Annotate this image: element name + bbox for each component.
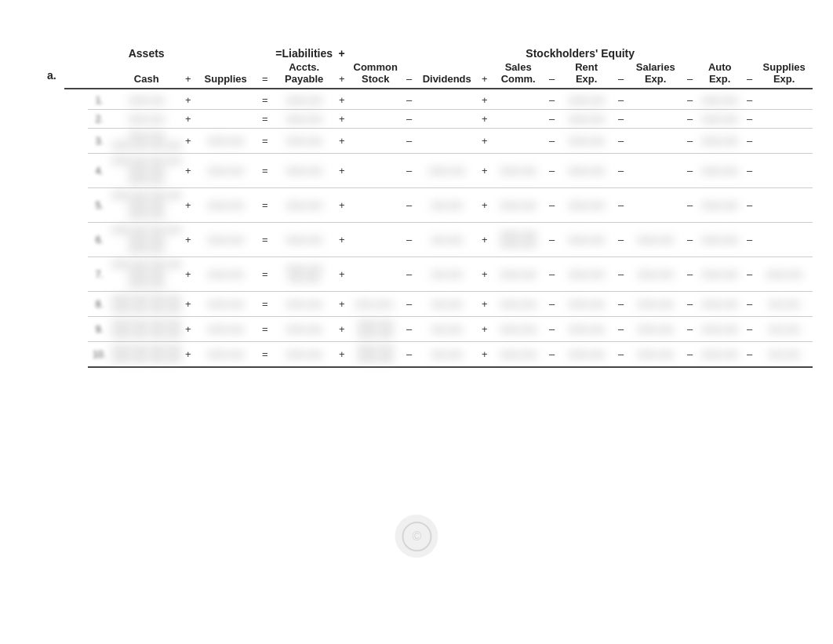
watermark: © (395, 515, 438, 558)
cell-dividends: $$$,$$$ (416, 235, 478, 246)
row-number: 7. (88, 269, 111, 280)
cell-cash: $$$$,$$$ $$$,$$$ $$$$,$$$ $$$,$$$ (111, 344, 182, 364)
cell-supplies: $$$$,$$$ (195, 166, 257, 176)
col-header-dividends: Dividends (416, 73, 478, 85)
table-row: 3. $$$$,$$$ $$$$,$$$ $$$,$$$ + $$$$,$$$ … (88, 129, 813, 154)
cell-sales-comm: $$$$,$$$ (491, 269, 546, 280)
table-row: 6. $$$$,$$$ $$$,$$$ $$$$,$$$ $$$$,$$$ + … (88, 223, 813, 257)
cell-salaries-exp: $$$$,$$$ (627, 235, 684, 246)
col-op-minus3: – (615, 73, 627, 85)
cell-common-stock (348, 114, 403, 125)
col-header-sales-comm: Sales Comm. (491, 61, 546, 85)
svg-text:©: © (412, 529, 421, 543)
equity-label: Stockholders' Equity (348, 47, 813, 60)
cell-rent-exp: $$$$,$$$ (558, 114, 615, 125)
cell-salaries-exp (627, 200, 684, 211)
cell-supplies-exp (756, 114, 813, 125)
cell-salaries-exp (627, 136, 684, 147)
table-row: 5. $$$$,$$$ $$$,$$$ $$$$,$$$ $$$$,$$$ + … (88, 188, 813, 223)
cell-supplies-exp (756, 95, 813, 106)
cell-sales-comm: $$$$,$$$ (491, 299, 546, 310)
cell-common-stock (348, 200, 403, 211)
cell-supplies: $$$$,$$$ (195, 200, 257, 211)
cell-auto-exp: $$$$,$$$ (697, 114, 744, 125)
cell-rent-exp: $$$$,$$$ (558, 136, 615, 147)
col-header-supplies: Supplies (195, 73, 257, 85)
cell-dividends (416, 114, 478, 125)
cell-cash: $$$$,$$$ $$$,$$$ $$$$,$$$ $$$$,$$$ (111, 225, 182, 254)
cell-cash: $$$$,$$$ $$$,$$$ $$$$,$$$ $$$$,$$$ (111, 260, 182, 289)
cell-supplies-exp: $$$,$$$ (756, 324, 813, 335)
cell-common-stock (348, 136, 403, 147)
col-header-rent-exp: Rent Exp. (558, 61, 615, 85)
col-header-supplies-exp: Supplies Exp. (756, 61, 813, 85)
cell-common-stock: $$$$,$$$ $$$$,$$$ (348, 319, 403, 339)
cell-accts-payable: $$$$,$$$ (273, 324, 336, 335)
cell-cash: $$$$,$$$ $$$,$$$ $$$$,$$$ $$$,$$$ (111, 294, 182, 314)
cell-accts-payable: $$$$,$$$ (273, 349, 336, 360)
cell-salaries-exp: $$$$,$$$ (627, 299, 684, 310)
cell-sales-comm: $$$$,$$$ (491, 166, 546, 176)
cell-common-stock (348, 166, 403, 176)
cell-supplies: $$$$,$$$ (195, 235, 257, 246)
cell-supplies-exp (756, 200, 813, 211)
cell-rent-exp: $$$$,$$$ (558, 235, 615, 246)
cell-rent-exp: $$$$,$$$ (558, 269, 615, 280)
cell-salaries-exp (627, 166, 684, 176)
table-row: 9. $$$$,$$$ $$$,$$$ $$$$,$$$ $$$,$$$ + $… (88, 317, 813, 342)
cell-dividends: $$$,$$$ (416, 200, 478, 211)
assets-label: Assets (111, 47, 182, 60)
cell-supplies: $$$$,$$$ (195, 324, 257, 335)
cell-supplies: $$$$,$$$ (195, 136, 257, 147)
cell-sales-comm: $$$$,$$$ (491, 324, 546, 335)
liabilities-plus: + (336, 47, 348, 60)
cell-salaries-exp: $$$$,$$$ (627, 269, 684, 280)
cell-cash: $$$$,$$$ $$$,$$$ $$$$,$$$ $$$$,$$$ (111, 191, 182, 220)
cell-supplies-exp (756, 136, 813, 147)
cell-dividends (416, 136, 478, 147)
cell-salaries-exp: $$$$,$$$ (627, 349, 684, 360)
cell-supplies-exp: $$$,$$$ (756, 299, 813, 310)
cell-supplies: $$$$,$$$ (195, 299, 257, 310)
cell-cash: $$$$,$$$ $$$$,$$$ $$$,$$$ (111, 131, 182, 151)
cell-common-stock: $$$$,$$$ $$$$,$$$ (348, 344, 403, 364)
cell-auto-exp: $$$$,$$$ (697, 136, 744, 147)
cell-auto-exp: $$$$,$$$ (697, 200, 744, 211)
row-number: 1. (88, 95, 111, 106)
col-header-accts-payable: Accts. Payable (273, 61, 336, 85)
cell-dividends: $$$,$$$ (416, 299, 478, 310)
col-op-plus2: + (336, 73, 348, 85)
table-row: 2. $$$$,$$$ + = $$$$,$$$ + – + – $$$$,$$… (88, 110, 813, 129)
cell-dividends (416, 95, 478, 106)
table-row: 8. $$$$,$$$ $$$,$$$ $$$$,$$$ $$$,$$$ + $… (88, 292, 813, 317)
row-number: 4. (88, 166, 111, 176)
cell-sales-comm (491, 114, 546, 125)
table-row: 4. $$$$,$$$ $$$,$$$ $$$$,$$$ $$$$,$$$ + … (88, 154, 813, 188)
cell-supplies-exp: $$$,$$$ (756, 349, 813, 360)
cell-accts-payable: $$$$,$$$ (273, 114, 336, 125)
cell-accts-payable: $$$$,$$$ (273, 200, 336, 211)
col-op-eq: = (257, 73, 273, 85)
cell-accts-payable: $$$$,$$$ $$$,$$$ (273, 264, 336, 284)
cell-auto-exp: $$$$,$$$ (697, 166, 744, 176)
cell-accts-payable: $$$$,$$$ (273, 235, 336, 246)
col-op-plus1: + (182, 73, 195, 85)
row-number: 3. (88, 136, 111, 147)
cell-rent-exp: $$$$,$$$ (558, 299, 615, 310)
cell-supplies (195, 95, 257, 106)
table-row: 7. $$$$,$$$ $$$,$$$ $$$$,$$$ $$$$,$$$ + … (88, 257, 813, 292)
row-number: 6. (88, 235, 111, 246)
cell-sales-comm: $$$$,$$$ $$$$,$$$ (491, 230, 546, 249)
cell-common-stock: $$$$,$$$+ (348, 299, 403, 310)
cell-common-stock (348, 95, 403, 106)
cell-auto-exp: $$$$,$$$ (697, 235, 744, 246)
cell-auto-exp: $$$$,$$$ (697, 299, 744, 310)
cell-auto-exp: $$$$,$$$ (697, 95, 744, 106)
cell-salaries-exp (627, 114, 684, 125)
cell-accts-payable: $$$$,$$$ (273, 136, 336, 147)
cell-auto-exp: $$$$,$$$ (697, 324, 744, 335)
row-number: 9. (88, 324, 111, 335)
cell-dividends: $$$,$$$ (416, 324, 478, 335)
data-rows-container: 1. $$$$,$$$ + = $$$$,$$$ + – + – $$$$,$$… (64, 91, 813, 368)
liabilities-label: =Liabilities (273, 47, 336, 60)
